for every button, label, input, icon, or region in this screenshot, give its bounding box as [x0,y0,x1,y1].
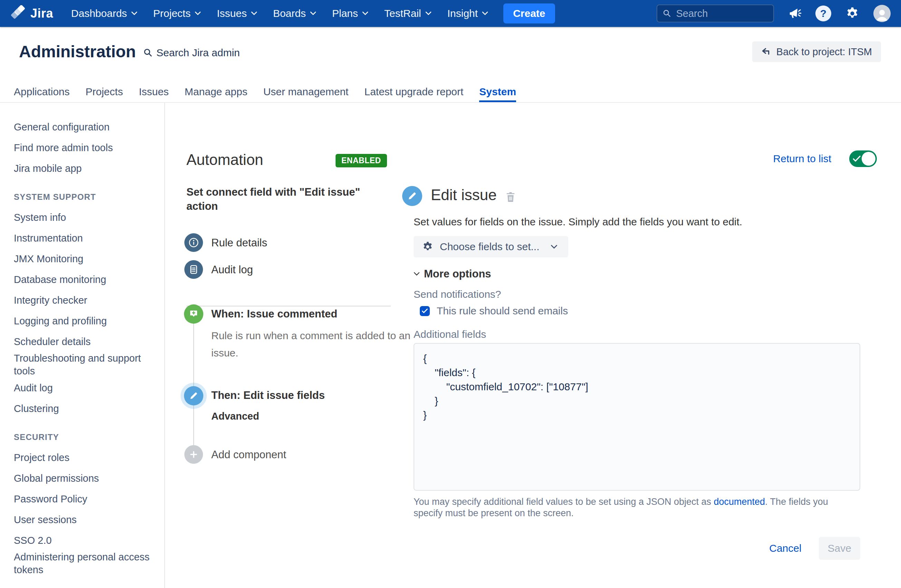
chevron-down-icon [251,11,257,16]
sidebar-item-logging-and-profiling[interactable]: Logging and profiling [0,311,164,331]
global-search[interactable] [656,5,774,22]
sidebar-item-find-more-admin-tools[interactable]: Find more admin tools [0,137,164,158]
help-text: You may specify additional field values … [413,496,852,519]
tab-user-management[interactable]: User management [263,81,349,102]
sidebar-item-general-configuration[interactable]: General configuration [0,117,164,137]
trash-icon[interactable] [506,191,515,204]
system-sidebar: General configuration Find more admin to… [0,103,165,588]
pencil-icon [402,186,422,206]
chevron-down-icon [482,11,488,16]
additional-fields-input[interactable]: { "fields": { "customfield_10702": ["108… [413,343,860,491]
sidebar-item-global-permissions[interactable]: Global permissions [0,468,164,488]
create-button[interactable]: Create [504,3,555,23]
sidebar-item-troubleshooting[interactable]: Troubleshooting and support tools [0,352,164,378]
form-actions: Cancel Save [769,537,860,560]
rule-enabled-toggle[interactable] [849,151,877,167]
return-to-list-link[interactable]: Return to list [773,153,831,165]
chevron-down-icon [131,11,137,16]
tab-issues[interactable]: Issues [139,81,169,102]
sidebar-item-project-roles[interactable]: Project roles [0,447,164,468]
nav-item-testrail[interactable]: TestRail [384,8,432,19]
audit-log-icon[interactable] [184,260,203,279]
announcements-icon[interactable] [788,6,801,20]
add-component-link[interactable]: Add component [211,449,286,461]
search-jira-admin-link[interactable]: Search Jira admin [143,47,240,59]
jira-admin-page: Jira Dashboards Projects Issues Boards P… [0,0,901,588]
chevron-down-icon [310,11,316,16]
tab-applications[interactable]: Applications [14,81,70,102]
sidebar-item-jmx-monitoring[interactable]: JMX Monitoring [0,249,164,269]
admin-tabs: Applications Projects Issues Manage apps… [14,81,516,102]
nav-item-boards[interactable]: Boards [273,8,316,19]
automation-title: Automation [186,151,263,168]
when-title[interactable]: When: Issue commented [211,308,337,320]
sidebar-item-database-monitoring[interactable]: Database monitoring [0,269,164,290]
nav-item-plans[interactable]: Plans [332,8,368,19]
sidebar-item-clustering[interactable]: Clustering [0,398,164,419]
sidebar-item-system-info[interactable]: System info [0,207,164,228]
gear-icon [422,241,433,253]
save-button: Save [819,537,860,560]
chevron-down-icon [362,11,368,16]
sidebar-heading-security: SECURITY [0,431,164,443]
nav-right: ? [656,5,891,22]
user-avatar[interactable] [873,5,891,22]
more-options-toggle[interactable]: More options [413,268,491,280]
jira-logo-icon [10,5,25,22]
gear-icon[interactable] [845,6,860,21]
editor-title: Edit issue [431,186,497,204]
nav-item-dashboards[interactable]: Dashboards [71,8,137,19]
cancel-button[interactable]: Cancel [769,543,801,554]
jira-logo[interactable]: Jira [10,5,53,22]
tab-system[interactable]: System [479,81,516,102]
comment-trigger-icon[interactable] [184,304,203,324]
sidebar-item-personal-access-tokens[interactable]: Administering personal access tokens [0,551,164,576]
editor-description: Set values for fields on the issue. Simp… [413,216,742,228]
then-subtitle: Advanced [211,411,259,422]
nav-item-projects[interactable]: Projects [153,8,201,19]
tab-latest-upgrade-report[interactable]: Latest upgrade report [364,81,463,102]
sidebar-item-jira-mobile-app[interactable]: Jira mobile app [0,158,164,179]
brand-name: Jira [30,6,53,21]
chevron-down-icon [550,245,558,249]
page-title: Administration [19,42,136,61]
tab-projects[interactable]: Projects [86,81,123,102]
nav-item-issues[interactable]: Issues [217,8,257,19]
when-description: Rule is run when a comment is added to a… [211,327,425,362]
rail-divider [186,306,391,306]
rule-details-link[interactable]: Rule details [211,237,267,249]
back-to-project-button[interactable]: Back to project: ITSM [752,41,881,62]
sidebar-item-password-policy[interactable]: Password Policy [0,488,164,509]
tab-manage-apps[interactable]: Manage apps [185,81,248,102]
sidebar-item-user-sessions[interactable]: User sessions [0,509,164,530]
rule-name: Set connect field with "Edit issue" acti… [186,185,387,213]
sidebar-item-audit-log[interactable]: Audit log [0,378,164,398]
sidebar-item-sso[interactable]: SSO 2.0 [0,530,164,551]
return-arrow-icon [761,47,772,56]
send-emails-option[interactable]: This rule should send emails [420,305,568,317]
checkbox-checked[interactable] [420,306,430,316]
search-icon [143,48,153,58]
check-icon [421,308,428,314]
check-icon [852,155,861,163]
chevron-down-icon [413,272,420,276]
documented-link[interactable]: documented [714,496,765,507]
edit-action-icon[interactable] [184,386,203,406]
then-title[interactable]: Then: Edit issue fields [211,389,325,402]
info-icon[interactable] [184,233,203,252]
send-notifications-label: Send notifications? [413,288,501,300]
sidebar-item-integrity-checker[interactable]: Integrity checker [0,290,164,311]
chevron-down-icon [425,11,432,16]
sidebar-item-scheduler-details[interactable]: Scheduler details [0,331,164,352]
audit-log-link[interactable]: Audit log [211,264,253,276]
search-input[interactable] [676,8,768,19]
sidebar-item-instrumentation[interactable]: Instrumentation [0,228,164,249]
additional-fields-label: Additional fields [413,328,486,340]
nav-item-insight[interactable]: Insight [447,8,488,19]
status-badge: ENABLED [335,154,387,167]
sidebar-heading-system-support: SYSTEM SUPPORT [0,191,164,203]
help-icon[interactable]: ? [815,6,831,22]
search-icon [663,9,671,18]
add-component-icon[interactable] [184,445,203,464]
choose-fields-button[interactable]: Choose fields to set... [413,236,568,257]
